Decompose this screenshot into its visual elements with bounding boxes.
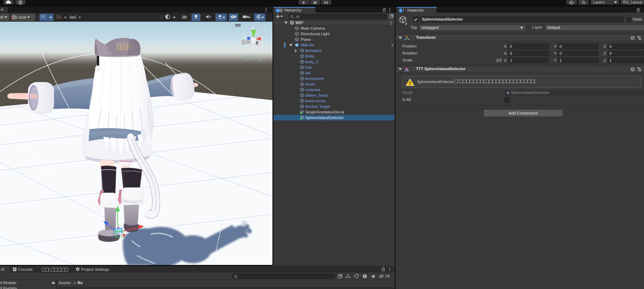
svg-text:?: ? [632,68,634,71]
svg-text:0: 0 [20,1,21,4]
svg-text:?: ? [632,36,634,40]
svg-text:z: z [244,34,246,39]
svg-text:Persp: Persp [249,55,262,61]
